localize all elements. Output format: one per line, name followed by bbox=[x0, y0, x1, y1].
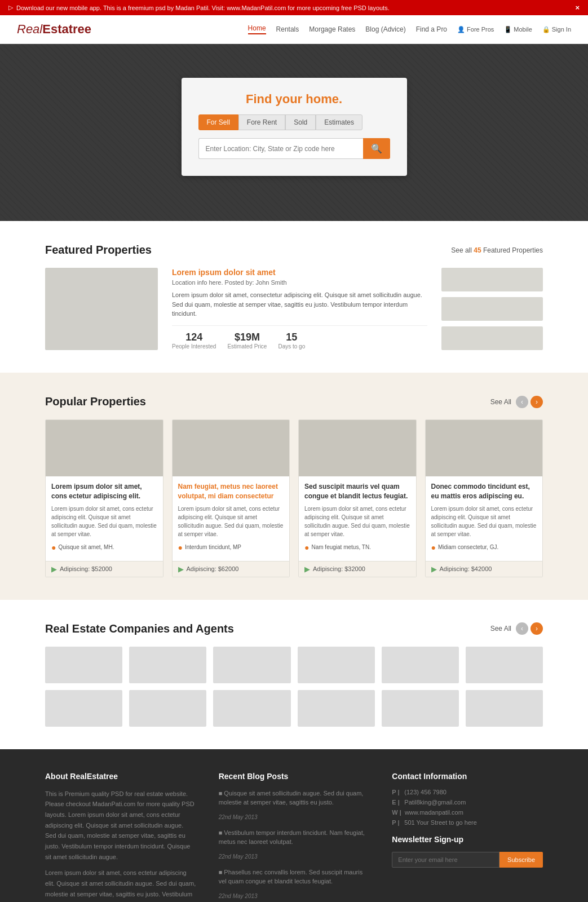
prop-card-4-desc: Lorem ipsum dolor sit amet, cons ectetur… bbox=[431, 505, 537, 538]
footer-blog: Recent Blog Posts ■ Quisque sit amet sol… bbox=[219, 772, 370, 902]
agent-card-1[interactable] bbox=[45, 647, 122, 683]
prop-card-1-image bbox=[46, 420, 163, 476]
footer-grid: About RealEstatree This is Premium quali… bbox=[45, 772, 543, 902]
agents-see-all[interactable]: See All bbox=[490, 625, 511, 633]
featured-title: Featured Properties bbox=[45, 244, 152, 257]
footer-contact: Contact Information P | (123) 456 7980 E… bbox=[392, 772, 543, 902]
tab-fore-rent[interactable]: Fore Rent bbox=[238, 114, 285, 130]
footer-about-text1: This is Premium quality PSD for real est… bbox=[45, 789, 196, 863]
tab-for-sell[interactable]: For Sell bbox=[198, 114, 238, 130]
nav-morgage[interactable]: Morgage Rates bbox=[309, 25, 355, 33]
popular-see-all[interactable]: See All bbox=[490, 398, 511, 406]
blog-3-date: 22nd May 2013 bbox=[219, 892, 370, 900]
download-icon: ▷ bbox=[8, 4, 13, 11]
blog-2-text: ■ Vestibulum tempor interdum tincidunt. … bbox=[219, 828, 370, 847]
location-icon: ● bbox=[304, 543, 309, 552]
popular-header: Popular Properties See All ‹ › bbox=[45, 395, 543, 408]
popular-next-button[interactable]: › bbox=[530, 396, 543, 408]
popular-grid: Lorem ipsum dolor sit amet, cons ectetur… bbox=[45, 419, 543, 577]
stat-price: $19M Estimated Price bbox=[227, 331, 267, 350]
tab-estimates[interactable]: Estimates bbox=[316, 114, 362, 130]
agent-card-3[interactable] bbox=[213, 647, 290, 683]
newsletter-input[interactable] bbox=[392, 852, 499, 868]
prop-card-3-location: ● Nam feugiat metus, TN. bbox=[304, 543, 410, 552]
location-icon: ● bbox=[431, 543, 436, 552]
agent-card-7[interactable] bbox=[45, 690, 122, 727]
agent-card-11[interactable] bbox=[382, 690, 459, 727]
stat-days-label: Days to go bbox=[278, 343, 305, 350]
footer-blog-title: Recent Blog Posts bbox=[219, 772, 370, 781]
nav-rentals[interactable]: Rentals bbox=[276, 25, 299, 33]
prop-card-1-price: ▶ Adipiscing: $52000 bbox=[46, 561, 163, 577]
popular-nav: See All ‹ › bbox=[490, 396, 543, 408]
contact-address: P | 501 Your Street to go here bbox=[392, 819, 543, 826]
location-icon: ● bbox=[178, 543, 183, 552]
search-input[interactable] bbox=[198, 138, 363, 159]
contact-web: W | www.madanpatil.com bbox=[392, 809, 543, 816]
popular-section: Popular Properties See All ‹ › Lorem ips… bbox=[0, 373, 588, 600]
agents-prev-button[interactable]: ‹ bbox=[516, 622, 528, 635]
featured-stats: 124 People Interested $19M Estimated Pri… bbox=[172, 325, 427, 350]
featured-see-all[interactable]: See all 45 Featured Properties bbox=[451, 246, 543, 254]
prop-card-4-body: Donec commodo tincidunt est, eu mattis e… bbox=[426, 476, 543, 561]
agent-card-5[interactable] bbox=[382, 647, 459, 683]
nav-mobile[interactable]: 📱 Mobile bbox=[504, 26, 532, 33]
blog-2-date: 22nd May 2013 bbox=[219, 852, 370, 861]
prop-card-3-image bbox=[299, 420, 416, 476]
stat-days-value: 15 bbox=[278, 331, 305, 343]
contact-email: E | Patil8king@gmail.com bbox=[392, 799, 543, 806]
agents-grid bbox=[45, 647, 543, 727]
search-row: 🔍 bbox=[198, 138, 390, 159]
mobile-icon: 📱 bbox=[504, 26, 512, 33]
agents-next-button[interactable]: › bbox=[530, 622, 543, 635]
stat-price-value: $19M bbox=[227, 331, 267, 343]
prop-card-4-title: Donec commodo tincidunt est, eu mattis e… bbox=[431, 482, 537, 501]
stat-price-label: Estimated Price bbox=[227, 343, 267, 350]
agent-card-4[interactable] bbox=[298, 647, 375, 683]
tab-sold[interactable]: Sold bbox=[285, 114, 316, 130]
featured-count: 45 bbox=[474, 246, 481, 254]
blog-3-text: ■ Phasellus nec convallis lorem. Sed sus… bbox=[219, 868, 370, 886]
agent-card-9[interactable] bbox=[213, 690, 290, 727]
agent-card-2[interactable] bbox=[129, 647, 206, 683]
footer: About RealEstatree This is Premium quali… bbox=[0, 749, 588, 902]
prop-card-3-body: Sed suscipit mauris vel quam congue et b… bbox=[299, 476, 416, 561]
banner-message: Download our new mobile app. This is a f… bbox=[16, 5, 390, 11]
prop-card-3-title: Sed suscipit mauris vel quam congue et b… bbox=[304, 482, 410, 501]
featured-thumbs bbox=[441, 268, 543, 350]
featured-prop-location: Location info here. Posted by: John Smit… bbox=[172, 279, 427, 286]
stat-people-value: 124 bbox=[172, 331, 216, 343]
location-icon: ● bbox=[51, 543, 56, 552]
address-label: P | bbox=[392, 819, 401, 826]
web-label: W | bbox=[392, 809, 401, 816]
footer-about-text2: Lorem ipsum dolor sit amet, cons ectetur… bbox=[45, 868, 196, 902]
banner-text: ▷ Download our new mobile app. This is a… bbox=[8, 4, 390, 11]
top-banner: ▷ Download our new mobile app. This is a… bbox=[0, 0, 588, 15]
footer-about-title: About RealEstatree bbox=[45, 772, 196, 781]
nav-findpro[interactable]: Find a Pro bbox=[416, 25, 447, 33]
blog-item-3: ■ Phasellus nec convallis lorem. Sed sus… bbox=[219, 868, 370, 900]
newsletter-row: Subscribe bbox=[392, 852, 543, 868]
prop-card-4-image bbox=[426, 420, 543, 476]
web-value: www.madanpatil.com bbox=[405, 809, 463, 816]
blog-item-1: ■ Quisque sit amet sollicitudin augue. S… bbox=[219, 789, 370, 821]
nav-forepros[interactable]: 👤 Fore Pros bbox=[457, 26, 494, 33]
featured-section: Featured Properties See all 45 Featured … bbox=[0, 221, 588, 373]
popular-title: Popular Properties bbox=[45, 395, 146, 408]
agent-card-6[interactable] bbox=[466, 647, 543, 683]
search-tabs: For Sell Fore Rent Sold Estimates bbox=[198, 114, 390, 130]
popular-prev-button[interactable]: ‹ bbox=[516, 396, 528, 408]
newsletter-subscribe-button[interactable]: Subscribe bbox=[499, 852, 543, 868]
stat-people: 124 People Interested bbox=[172, 331, 216, 350]
phone-label: P | bbox=[392, 789, 401, 795]
nav-blog[interactable]: Blog (Advice) bbox=[365, 25, 405, 33]
agent-card-10[interactable] bbox=[298, 690, 375, 727]
search-button[interactable]: 🔍 bbox=[363, 138, 390, 159]
nav-home[interactable]: Home bbox=[248, 24, 266, 34]
prop-card-2-body: Nam feugiat, metus nec laoreet volutpat,… bbox=[173, 476, 290, 561]
logo: RealEstatree bbox=[17, 22, 91, 37]
nav-signin[interactable]: 🔒 Sign In bbox=[542, 26, 571, 33]
agent-card-8[interactable] bbox=[129, 690, 206, 727]
close-banner-button[interactable]: × bbox=[575, 3, 580, 12]
agent-card-12[interactable] bbox=[466, 690, 543, 727]
